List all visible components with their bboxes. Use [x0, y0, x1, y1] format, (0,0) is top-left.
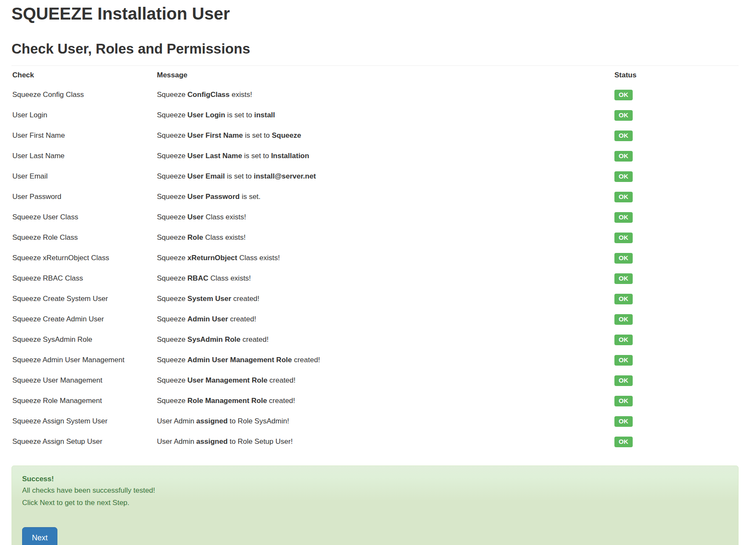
status-cell: OK	[614, 207, 739, 228]
table-row: Squeeze User ClassSqueeze User Class exi…	[11, 207, 739, 228]
status-badge: OK	[614, 355, 633, 366]
section-header: Check User, Roles and Permissions	[11, 40, 739, 66]
status-cell: OK	[614, 391, 739, 412]
message-cell: Squeeze RBAC Class exists!	[156, 269, 614, 289]
status-cell: OK	[614, 289, 739, 309]
table-row: Squeeze Assign Setup UserUser Admin assi…	[11, 432, 739, 452]
message-cell: User Admin assigned to Role Setup User!	[156, 432, 614, 452]
status-badge: OK	[614, 192, 633, 202]
status-badge: OK	[614, 375, 633, 386]
status-cell: OK	[614, 228, 739, 248]
column-header-check: Check	[11, 66, 156, 85]
check-cell: Squeeze User Class	[11, 207, 156, 228]
check-cell: Squeeze Role Class	[11, 228, 156, 248]
table-row: Squeeze SysAdmin RoleSqueeze SysAdmin Ro…	[11, 330, 739, 350]
checks-table-body: Squeeze Config ClassSqueeze ConfigClass …	[11, 85, 739, 452]
message-cell: Squeeze xReturnObject Class exists!	[156, 248, 614, 269]
check-cell: Squeeze Create System User	[11, 289, 156, 309]
success-alert: Success! All checks have been successful…	[11, 466, 739, 545]
message-cell: Squeeze Admin User created!	[156, 309, 614, 330]
table-row: Squeeze Admin User ManagementSqueeze Adm…	[11, 350, 739, 371]
check-cell: Squeeze Assign System User	[11, 412, 156, 432]
status-cell: OK	[614, 269, 739, 289]
check-cell: Squeeze Admin User Management	[11, 350, 156, 371]
status-cell: OK	[614, 350, 739, 371]
section-heading: Check User, Roles and Permissions	[11, 40, 739, 58]
message-cell: Squeeze User Login is set to install	[156, 105, 614, 126]
message-cell: Squeeze ConfigClass exists!	[156, 85, 614, 105]
status-badge: OK	[614, 314, 633, 325]
checks-table: Check Message Status Squeeze Config Clas…	[11, 66, 739, 452]
column-header-message: Message	[156, 66, 614, 85]
table-row: User EmailSqueeze User Email is set to i…	[11, 167, 739, 187]
status-badge: OK	[614, 253, 633, 264]
message-cell: Squeeze User Class exists!	[156, 207, 614, 228]
check-cell: Squeeze Assign Setup User	[11, 432, 156, 452]
status-cell: OK	[614, 126, 739, 146]
check-cell: User Last Name	[11, 146, 156, 167]
check-cell: User Password	[11, 187, 156, 207]
check-cell: User First Name	[11, 126, 156, 146]
check-cell: User Login	[11, 105, 156, 126]
check-cell: Squeeze RBAC Class	[11, 269, 156, 289]
status-cell: OK	[614, 309, 739, 330]
status-badge: OK	[614, 110, 633, 121]
status-badge: OK	[614, 437, 633, 447]
status-badge: OK	[614, 273, 633, 284]
table-row: Squeeze Create System UserSqueeze System…	[11, 289, 739, 309]
table-row: Squeeze Create Admin UserSqueeze Admin U…	[11, 309, 739, 330]
table-row: User PasswordSqueeze User Password is se…	[11, 187, 739, 207]
status-cell: OK	[614, 412, 739, 432]
message-cell: User Admin assigned to Role SysAdmin!	[156, 412, 614, 432]
check-cell: User Email	[11, 167, 156, 187]
status-badge: OK	[614, 294, 633, 304]
table-row: Squeeze xReturnObject ClassSqueeze xRetu…	[11, 248, 739, 269]
message-cell: Squeeze User Email is set to install@ser…	[156, 167, 614, 187]
message-cell: Squeeze Admin User Management Role creat…	[156, 350, 614, 371]
check-cell: Squeeze xReturnObject Class	[11, 248, 156, 269]
status-cell: OK	[614, 85, 739, 105]
status-cell: OK	[614, 146, 739, 167]
status-badge: OK	[614, 416, 633, 427]
table-row: User First NameSqueeze User First Name i…	[11, 126, 739, 146]
message-cell: Squeeze User Last Name is set to Install…	[156, 146, 614, 167]
message-cell: Squeeze System User created!	[156, 289, 614, 309]
message-cell: Squeeze User Management Role created!	[156, 371, 614, 391]
status-badge: OK	[614, 131, 633, 141]
status-badge: OK	[614, 233, 633, 243]
column-header-status: Status	[614, 66, 739, 85]
status-badge: OK	[614, 90, 633, 100]
table-row: Squeeze Config ClassSqueeze ConfigClass …	[11, 85, 739, 105]
check-cell: Squeeze User Management	[11, 371, 156, 391]
status-badge: OK	[614, 171, 633, 182]
message-cell: Squeeze SysAdmin Role created!	[156, 330, 614, 350]
table-row: Squeeze Role ManagementSqueeze Role Mana…	[11, 391, 739, 412]
check-cell: Squeeze SysAdmin Role	[11, 330, 156, 350]
status-cell: OK	[614, 330, 739, 350]
alert-title: Success!	[22, 474, 728, 484]
page-title: SQUEEZE Installation User	[11, 4, 739, 23]
status-cell: OK	[614, 371, 739, 391]
message-cell: Squeeze Role Class exists!	[156, 228, 614, 248]
table-row: Squeeze RBAC ClassSqueeze RBAC Class exi…	[11, 269, 739, 289]
status-cell: OK	[614, 432, 739, 452]
table-row: Squeeze Role ClassSqueeze Role Class exi…	[11, 228, 739, 248]
status-badge: OK	[614, 212, 633, 223]
status-badge: OK	[614, 151, 633, 162]
status-cell: OK	[614, 187, 739, 207]
next-button[interactable]: Next	[22, 527, 57, 545]
message-cell: Squeeze User Password is set.	[156, 187, 614, 207]
checks-table-header: Check Message Status	[11, 66, 739, 85]
status-cell: OK	[614, 248, 739, 269]
table-row: User Last NameSqueeze User Last Name is …	[11, 146, 739, 167]
alert-line-1: All checks have been successfully tested…	[22, 485, 728, 496]
table-row: Squeeze User ManagementSqueeze User Mana…	[11, 371, 739, 391]
alert-line-2: Click Next to get to the next Step.	[22, 497, 728, 508]
message-cell: Squeeze Role Management Role created!	[156, 391, 614, 412]
status-cell: OK	[614, 167, 739, 187]
header-row: Check Message Status	[11, 66, 739, 85]
check-cell: Squeeze Create Admin User	[11, 309, 156, 330]
table-row: Squeeze Assign System UserUser Admin ass…	[11, 412, 739, 432]
check-cell: Squeeze Role Management	[11, 391, 156, 412]
check-cell: Squeeze Config Class	[11, 85, 156, 105]
